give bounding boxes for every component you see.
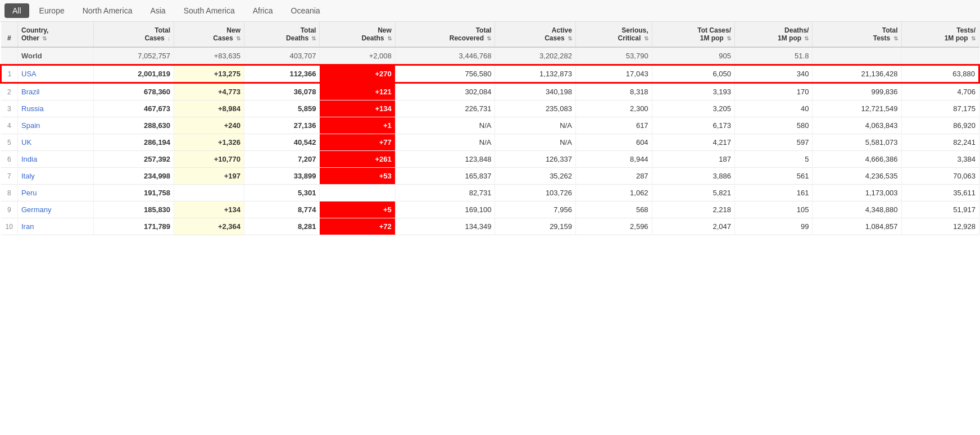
- row-deaths-1m: 161: [735, 185, 813, 202]
- sort-icon-recovered[interactable]: ⇅: [487, 35, 491, 42]
- tab-north-america[interactable]: North America: [75, 3, 140, 18]
- tab-oceania[interactable]: Oceania: [283, 3, 328, 18]
- country-link[interactable]: Iran: [21, 222, 34, 231]
- row-new-cases: +1,326: [174, 134, 244, 151]
- col-deaths-1m[interactable]: Deaths/1M pop ⇅: [735, 22, 813, 47]
- row-new-cases: +197: [174, 168, 244, 185]
- row-active: 1,132,873: [495, 65, 575, 83]
- sort-icon-total-cases[interactable]: ↓: [167, 35, 170, 42]
- table-header-row: # Country,Other ⇅ TotalCases ↓ NewCases …: [1, 22, 979, 47]
- sort-icon-total-deaths[interactable]: ⇅: [311, 35, 316, 42]
- world-total-tests: [813, 47, 901, 65]
- col-tot-cases-1m[interactable]: Tot Cases/1M pop ⇅: [652, 22, 734, 47]
- country-link[interactable]: India: [21, 155, 37, 163]
- col-total-deaths[interactable]: TotalDeaths ⇅: [244, 22, 320, 47]
- row-num: 10: [1, 218, 18, 235]
- row-new-deaths: +134: [320, 100, 395, 117]
- table-row: 9 Germany 185,830 +134 8,774 +5 169,100 …: [1, 202, 979, 218]
- col-total-cases[interactable]: TotalCases ↓: [93, 22, 174, 47]
- row-total-deaths: 5,859: [244, 100, 320, 117]
- row-total-deaths: 36,078: [244, 83, 320, 100]
- row-serious: 287: [575, 168, 652, 185]
- row-total-cases: 185,830: [93, 202, 174, 218]
- sort-icon-tot-cases-1m[interactable]: ⇅: [727, 35, 731, 42]
- tab-europe[interactable]: Europe: [31, 3, 72, 18]
- country-link[interactable]: Spain: [21, 121, 40, 130]
- row-tot-cases-1m: 187: [652, 151, 734, 168]
- world-country: World: [18, 47, 94, 65]
- country-link[interactable]: UK: [21, 138, 31, 146]
- row-new-cases: +2,364: [174, 218, 244, 235]
- tab-africa[interactable]: Africa: [245, 3, 281, 18]
- sort-icon-new-cases[interactable]: ⇅: [236, 35, 241, 42]
- country-link[interactable]: Italy: [21, 172, 35, 180]
- row-tests-1m: 87,175: [901, 100, 979, 117]
- table-row: 3 Russia 467,673 +8,984 5,859 +134 226,7…: [1, 100, 979, 117]
- row-serious: 1,062: [575, 185, 652, 202]
- tab-south-america[interactable]: South America: [176, 3, 243, 18]
- row-recovered: 165,837: [395, 168, 495, 185]
- tab-asia[interactable]: Asia: [142, 3, 173, 18]
- col-total-recovered[interactable]: TotalRecovered ⇅: [395, 22, 495, 47]
- row-new-cases: +134: [174, 202, 244, 218]
- country-link[interactable]: Brazil: [21, 88, 40, 96]
- country-link[interactable]: Germany: [21, 205, 51, 214]
- row-total-cases: 288,630: [93, 117, 174, 134]
- country-link[interactable]: USA: [21, 70, 37, 78]
- world-active: 3,202,282: [495, 47, 575, 65]
- row-deaths-1m: 561: [735, 168, 813, 185]
- country-link[interactable]: Peru: [21, 189, 37, 197]
- row-num: 7: [1, 168, 18, 185]
- row-total-tests: 4,063,843: [813, 117, 901, 134]
- sort-icon-country[interactable]: ⇅: [42, 35, 47, 42]
- row-deaths-1m: 105: [735, 202, 813, 218]
- row-deaths-1m: 5: [735, 151, 813, 168]
- row-total-cases: 191,758: [93, 185, 174, 202]
- covid-table: # Country,Other ⇅ TotalCases ↓ NewCases …: [0, 22, 980, 235]
- world-summary-row: World 7,052,757 +83,635 403,707 +2,008 3…: [1, 47, 979, 65]
- row-tot-cases-1m: 6,050: [652, 65, 734, 83]
- row-tot-cases-1m: 3,193: [652, 83, 734, 100]
- col-serious[interactable]: Serious,Critical ⇅: [575, 22, 652, 47]
- row-total-tests: 4,236,535: [813, 168, 901, 185]
- row-country: Iran: [18, 218, 94, 235]
- row-total-cases: 286,194: [93, 134, 174, 151]
- row-recovered: 134,349: [395, 218, 495, 235]
- row-active: 7,956: [495, 202, 575, 218]
- sort-icon-new-deaths[interactable]: ⇅: [387, 35, 392, 42]
- row-tests-1m: 4,706: [901, 83, 979, 100]
- row-new-deaths: +72: [320, 218, 395, 235]
- row-total-deaths: 8,774: [244, 202, 320, 218]
- row-new-cases: +4,773: [174, 83, 244, 100]
- row-deaths-1m: 340: [735, 65, 813, 83]
- col-new-deaths[interactable]: NewDeaths ⇅: [320, 22, 395, 47]
- sort-icon-tests-1m[interactable]: ⇅: [971, 35, 976, 42]
- row-active: 235,083: [495, 100, 575, 117]
- row-country: Italy: [18, 168, 94, 185]
- col-tests-1m[interactable]: Tests/1M pop ⇅: [901, 22, 979, 47]
- row-num: 8: [1, 185, 18, 202]
- row-tot-cases-1m: 2,047: [652, 218, 734, 235]
- tab-all[interactable]: All: [4, 3, 29, 18]
- row-total-tests: 21,136,428: [813, 65, 901, 83]
- row-serious: 8,944: [575, 151, 652, 168]
- row-num: 1: [1, 65, 18, 83]
- row-total-tests: 12,721,549: [813, 100, 901, 117]
- country-link[interactable]: Russia: [21, 104, 44, 113]
- sort-icon-serious[interactable]: ⇅: [644, 35, 648, 42]
- sort-icon-active[interactable]: ⇅: [568, 35, 572, 42]
- row-recovered: 123,848: [395, 151, 495, 168]
- row-tests-1m: 70,063: [901, 168, 979, 185]
- col-total-tests[interactable]: TotalTests ⇅: [813, 22, 901, 47]
- row-tot-cases-1m: 6,173: [652, 117, 734, 134]
- sort-icon-total-tests[interactable]: ⇅: [893, 35, 898, 42]
- row-total-cases: 234,998: [93, 168, 174, 185]
- col-country[interactable]: Country,Other ⇅: [18, 22, 94, 47]
- sort-icon-deaths-1m[interactable]: ⇅: [804, 35, 809, 42]
- row-new-deaths: +53: [320, 168, 395, 185]
- row-active: 103,726: [495, 185, 575, 202]
- row-tot-cases-1m: 5,821: [652, 185, 734, 202]
- col-active-cases[interactable]: ActiveCases ⇅: [495, 22, 575, 47]
- col-new-cases[interactable]: NewCases ⇅: [174, 22, 244, 47]
- region-tabs: All Europe North America Asia South Amer…: [0, 0, 980, 22]
